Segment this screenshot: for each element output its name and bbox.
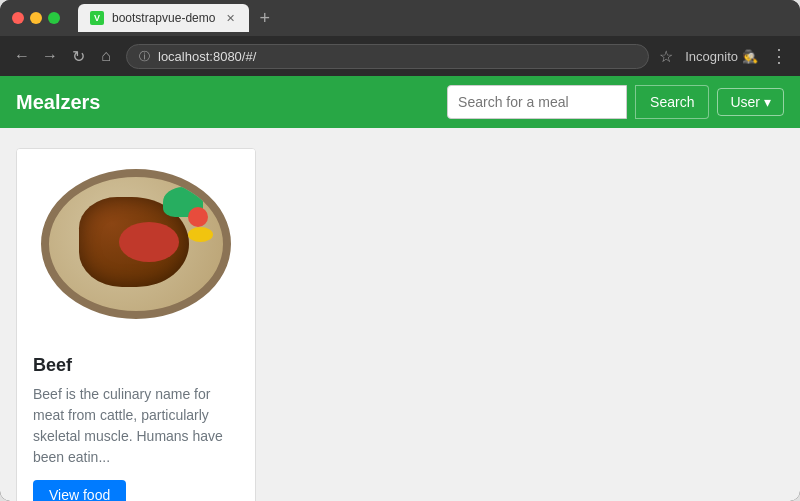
browser-menu-button[interactable]: ⋮ (770, 45, 788, 67)
navbar-right: Search User ▾ (447, 85, 784, 119)
minimize-traffic-light[interactable] (30, 12, 42, 24)
address-bar: ← → ↻ ⌂ ⓘ localhost:8080/#/ ☆ Incognito … (0, 36, 800, 76)
tab-favicon (90, 11, 104, 25)
tab-title: bootstrapvue-demo (112, 11, 215, 25)
url-bar[interactable]: ⓘ localhost:8080/#/ (126, 44, 649, 69)
nav-buttons: ← → ↻ ⌂ (12, 47, 116, 66)
dropdown-chevron-icon: ▾ (764, 94, 771, 110)
forward-button[interactable]: → (40, 47, 60, 65)
beef-card-body: Beef Beef is the culinary name for meat … (17, 339, 255, 501)
address-right-controls: ☆ Incognito 🕵 ⋮ (659, 45, 788, 67)
user-dropdown-button[interactable]: User ▾ (717, 88, 784, 116)
close-traffic-light[interactable] (12, 12, 24, 24)
navbar: Mealzers Search User ▾ (0, 76, 800, 128)
search-input[interactable] (447, 85, 627, 119)
title-bar: bootstrapvue-demo ✕ + (0, 0, 800, 36)
tomato (188, 207, 208, 227)
beef-card-description: Beef is the culinary name for meat from … (33, 384, 239, 468)
reload-button[interactable]: ↻ (68, 47, 88, 66)
browser-window: bootstrapvue-demo ✕ + ← → ↻ ⌂ ⓘ localhos… (0, 0, 800, 501)
plate (41, 169, 231, 319)
incognito-icon: 🕵 (742, 49, 758, 64)
home-button[interactable]: ⌂ (96, 47, 116, 65)
tab-area: bootstrapvue-demo ✕ + (78, 4, 274, 32)
beef-card-title: Beef (33, 355, 239, 376)
user-label: User (730, 94, 760, 110)
maximize-traffic-light[interactable] (48, 12, 60, 24)
back-button[interactable]: ← (12, 47, 32, 65)
lock-icon: ⓘ (139, 49, 150, 64)
incognito-label: Incognito (685, 49, 738, 64)
navbar-brand[interactable]: Mealzers (16, 91, 101, 114)
active-tab[interactable]: bootstrapvue-demo ✕ (78, 4, 249, 32)
pepper (188, 227, 213, 242)
new-tab-button[interactable]: + (255, 8, 274, 29)
beef-card: Beef Beef is the culinary name for meat … (16, 148, 256, 501)
incognito-indicator: Incognito 🕵 (685, 49, 758, 64)
page-content: Mealzers Search User ▾ (0, 76, 800, 501)
beef-plate-illustration (36, 164, 236, 324)
search-button[interactable]: Search (635, 85, 709, 119)
view-food-button[interactable]: View food (33, 480, 126, 501)
traffic-lights (12, 12, 60, 24)
cards-container: Beef Beef is the culinary name for meat … (0, 128, 800, 501)
bookmark-icon[interactable]: ☆ (659, 47, 673, 66)
tab-close-button[interactable]: ✕ (223, 11, 237, 25)
beef-card-image (17, 149, 255, 339)
url-text: localhost:8080/#/ (158, 49, 256, 64)
